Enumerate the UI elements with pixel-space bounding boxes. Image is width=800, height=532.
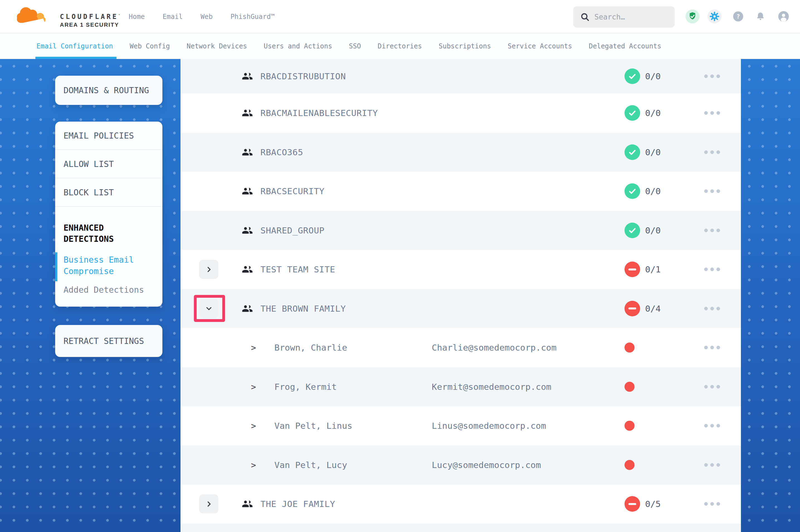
group-row[interactable]: RBACMAILENABLESECURITY 0/0 (181, 94, 741, 133)
expand-toggle-button[interactable] (199, 260, 218, 279)
row-menu-button[interactable] (703, 226, 721, 235)
search-box[interactable] (573, 6, 675, 27)
settings-gear-icon[interactable] (708, 10, 722, 23)
topnav-item-web[interactable]: Web (201, 13, 213, 21)
group-people-icon (241, 264, 254, 275)
member-count: 0/0 (645, 71, 661, 81)
top-nav: HomeEmailWebPhishGuard™ (129, 0, 275, 33)
sidebar-item-email-policies[interactable]: EMAIL POLICIES (55, 121, 162, 150)
brand-subname: AREA 1 SECURITY (60, 22, 119, 28)
sidebar-item-domains-routing[interactable]: DOMAINS & ROUTING (55, 76, 162, 105)
minus-icon (629, 503, 636, 505)
member-row[interactable]: > Van Pelt, Lucy Lucy@somedemocorp.com (181, 445, 741, 485)
tab-directories[interactable]: Directories (378, 33, 422, 59)
group-row[interactable]: RBACDISTRUBUTION 0/0 (181, 59, 741, 94)
tab-subscriptions[interactable]: Subscriptions (439, 33, 491, 59)
check-icon (628, 109, 637, 117)
sidebar-link-added-detections[interactable]: Added Detections (63, 284, 155, 296)
tab-web-config[interactable]: Web Config (130, 33, 170, 59)
policy-items: EMAIL POLICIESALLOW LISTBLOCK LIST (55, 121, 162, 207)
member-name: Frog, Kermit (274, 382, 337, 392)
status-dot (624, 382, 635, 392)
sidebar-link-business-email-compromise[interactable]: Business Email Compromise (63, 254, 155, 277)
group-row[interactable]: SHARED_GROUP 0/0 (181, 211, 741, 250)
topnav-item-email[interactable]: Email (163, 13, 183, 21)
expand-toggle-button[interactable] (199, 299, 218, 318)
sidebar-item-label: DOMAINS & ROUTING (63, 86, 149, 95)
member-row[interactable]: > Van Pelt, Linus Linus@somedemocorp.com (181, 406, 741, 445)
chevron-icon (205, 265, 213, 273)
search-input[interactable] (595, 13, 664, 21)
member-email: Charlie@somedemocorp.com (432, 343, 557, 353)
tab-email-configuration[interactable]: Email Configuration (36, 33, 113, 59)
help-icon[interactable]: ? (733, 12, 743, 21)
group-name: TEST TEAM SITE (260, 264, 335, 274)
row-menu-button[interactable] (703, 187, 721, 196)
group-name: RBACSECURITY (260, 186, 325, 196)
group-row[interactable]: THE BROWN FAMILY 0/4 (181, 289, 741, 328)
row-menu-button[interactable] (703, 148, 721, 157)
member-count: 0/4 (645, 304, 661, 314)
minus-icon (629, 268, 636, 270)
row-menu-button[interactable] (703, 343, 721, 352)
chevron-right-icon: > (251, 460, 256, 470)
group-name: SHARED_GROUP (260, 225, 325, 235)
minus-icon (629, 307, 636, 309)
member-row[interactable]: > Brown, Charlie Charlie@somedemocorp.co… (181, 328, 741, 367)
member-name: Van Pelt, Linus (274, 421, 352, 431)
group-people-icon (241, 498, 254, 510)
notifications-bell-icon[interactable] (756, 12, 765, 21)
check-icon (628, 187, 637, 196)
row-partial (181, 524, 741, 532)
group-people-icon (241, 303, 254, 314)
search-icon (580, 12, 590, 22)
row-menu-button[interactable] (703, 109, 721, 118)
status-badge (624, 301, 640, 316)
brand-name: CLOUDFLARE' (60, 13, 120, 21)
group-people-icon (241, 108, 254, 118)
section-heading: ENHANCED DETECTIONS (63, 222, 155, 245)
topnav-item-home[interactable]: Home (129, 13, 145, 21)
status-dot (624, 421, 635, 431)
group-row[interactable]: THE JOE FAMILY 0/5 (181, 484, 741, 524)
group-row[interactable]: RBACO365 0/0 (181, 133, 741, 172)
tab-sso[interactable]: SSO (349, 33, 361, 59)
sidebar-item-block-list[interactable]: BLOCK LIST (55, 178, 162, 207)
group-row[interactable]: TEST TEAM SITE 0/1 (181, 250, 741, 289)
status-badge (624, 69, 640, 84)
cloudflare-cloud-icon (15, 5, 47, 25)
section-tabs: Email ConfigurationWeb ConfigNetwork Dev… (0, 33, 800, 59)
group-row[interactable]: RBACSECURITY 0/0 (181, 172, 741, 211)
sidebar-item-allow-list[interactable]: ALLOW LIST (55, 150, 162, 178)
status-badge (624, 105, 640, 121)
member-row[interactable]: > Frog, Kermit Kermit@somedemocorp.com (181, 367, 741, 406)
status-badge (624, 496, 640, 512)
row-menu-button[interactable] (703, 265, 721, 274)
tab-users-and-actions[interactable]: Users and Actions (264, 33, 332, 59)
check-icon (628, 72, 637, 81)
security-shield-icon[interactable] (686, 10, 699, 23)
row-menu-button[interactable] (703, 382, 721, 391)
sidebar-item-retract-settings[interactable]: RETRACT SETTINGS (55, 325, 162, 357)
topnav-item-phishguard[interactable]: PhishGuard™ (230, 13, 275, 21)
tab-service-accounts[interactable]: Service Accounts (508, 33, 572, 59)
tab-network-devices[interactable]: Network Devices (187, 33, 247, 59)
sidebar-policies-card: EMAIL POLICIESALLOW LISTBLOCK LIST ENHAN… (55, 121, 162, 307)
row-menu-button[interactable] (703, 421, 721, 431)
group-name: THE JOE FAMILY (260, 499, 335, 509)
row-menu-button[interactable] (703, 72, 721, 81)
row-menu-button[interactable] (703, 304, 721, 313)
group-people-icon (241, 225, 254, 236)
row-menu-button[interactable] (703, 460, 721, 469)
member-count: 0/0 (645, 108, 661, 118)
group-people-icon (241, 147, 254, 158)
row-menu-button[interactable] (703, 499, 721, 509)
account-avatar-icon[interactable] (778, 11, 789, 22)
member-count: 0/0 (645, 147, 661, 157)
member-email: Lucy@somedemocorp.com (432, 460, 541, 470)
cloudflare-logo[interactable]: CLOUDFLARE' AREA 1 SECURITY (15, 3, 109, 31)
member-count: 0/0 (645, 225, 661, 235)
tab-delegated-accounts[interactable]: Delegated Accounts (589, 33, 661, 59)
check-icon (628, 148, 637, 157)
expand-toggle-button[interactable] (199, 494, 218, 514)
